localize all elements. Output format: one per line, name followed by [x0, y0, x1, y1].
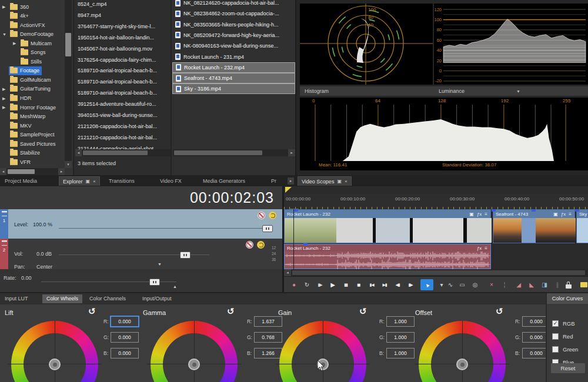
tab-media-generators[interactable]: Media Generators [203, 176, 245, 186]
stop-button[interactable]: ■ [353, 279, 365, 290]
gain-g-input[interactable]: 1.000 [386, 332, 415, 343]
tree-item-songs[interactable]: Songs [0, 48, 64, 58]
previous-frame-button[interactable]: ◀▮ [392, 279, 403, 290]
file-item-5189710-aerial-tropical-beach-b[interactable]: 5189710-aerial-tropical-beach-b... [75, 76, 171, 88]
video-event-rocket-launch-232[interactable]: Rocket Launch - 232▣ƒx≡ [284, 209, 491, 243]
tree-item-4k[interactable]: 4k+ [0, 12, 64, 21]
file-item-1045067-hot-air-ballooning-mov[interactable]: 1045067-hot-air-ballooning.mov [75, 43, 171, 55]
gamma-r-input[interactable]: 1.637 [254, 316, 282, 327]
event-fx-icon[interactable]: ƒx [477, 212, 482, 217]
play-from-start-button[interactable]: ▮▶ [314, 279, 326, 290]
tree-scroll-down-button[interactable]: ▾ [65, 161, 72, 168]
project-marker-flag-icon[interactable] [285, 187, 292, 193]
tab-scroll-right-button[interactable]: ▸ [288, 177, 294, 185]
tree-item-hdr[interactable]: ▶HDR [0, 94, 64, 103]
tree-item-actionvfx[interactable]: ActionVFX [0, 21, 64, 30]
tree-item-vfr[interactable]: VFR [0, 158, 64, 167]
unchecked-checkbox[interactable] [552, 333, 559, 340]
zoom-edit-tool-button[interactable]: ◎ [469, 279, 481, 290]
level-slider-handle[interactable] [262, 225, 273, 232]
file-list-scroll-left-button[interactable]: ◂ [75, 149, 82, 156]
media-item-nk-080940163-view-ball-during-sunse[interactable]: NK-080940163-view-ball-during-sunse... [172, 41, 295, 51]
curves-option-rgb[interactable]: ✓RGB [552, 319, 575, 327]
lift-reset-button[interactable]: ↺ [88, 306, 96, 317]
tree-vertical-scrollbar-thumb[interactable] [65, 33, 71, 56]
gamma-g-input[interactable]: 0.768 [254, 332, 282, 343]
track-automation-button[interactable] [269, 212, 276, 219]
tab-transitions[interactable]: Transitions [109, 176, 135, 186]
gamma-b-input[interactable]: 1.266 [254, 348, 282, 358]
event-fx-icon[interactable]: ƒx [561, 212, 566, 217]
envelope-edit-tool-button[interactable]: ∿ [445, 279, 456, 290]
video-event-sky[interactable]: Sky - [576, 209, 588, 243]
tree-item-golfmulticam[interactable]: GolfMulticam [0, 75, 64, 85]
media-item-rocket-launch-232-mp4[interactable]: Rocket Launch - 232.mp4 [172, 62, 295, 73]
tree-item-saved-pictures[interactable]: Saved Pictures [0, 139, 64, 149]
offset-r-input[interactable]: 0.000 [522, 316, 546, 327]
tree-expand-arrow-icon[interactable]: ▶ [2, 105, 5, 110]
next-frame-button[interactable]: ▮▶ [405, 279, 416, 290]
timeline-scrollbar-thumb[interactable] [292, 270, 585, 275]
timeline-horizontal-scrollbar[interactable]: ◂ [284, 269, 588, 276]
volume-slider-handle[interactable] [180, 252, 191, 259]
selection-edit-tool-button[interactable]: ▭ [456, 279, 468, 290]
undock-icon[interactable]: ▣ [337, 177, 342, 186]
curves-option-red[interactable]: Red [552, 332, 573, 340]
file-item-3176254-cappadocia-fairy-chim[interactable]: 3176254-cappadocia-fairy-chim... [75, 55, 171, 66]
checked-checkbox[interactable]: ✓ [552, 320, 559, 327]
play-button[interactable]: ▶ [327, 279, 339, 290]
go-to-start-button[interactable]: ▮◀ [366, 279, 377, 290]
rate-center-marker[interactable]: ▲ [173, 284, 177, 289]
tab-pr[interactable]: Pr [271, 176, 276, 186]
media-item-rocket-launch-231-mp4[interactable]: Rocket Launch - 231.mp4 [172, 52, 295, 62]
event-fade-right-button[interactable]: ◣ [526, 279, 537, 290]
tree-item-360[interactable]: ▶360 [0, 2, 64, 12]
gamma-reset-button[interactable]: ↺ [227, 306, 235, 317]
tree-expand-arrow-icon[interactable]: ▶ [2, 96, 5, 101]
event-fade-left-button[interactable]: ◢ [513, 279, 524, 290]
tree-item-demofootage[interactable]: ▼DemoFootage [0, 30, 64, 39]
media-item-nk-085209472-forward-high-key-aeria[interactable]: NK_085209472-forward-high-key-aeria... [172, 30, 295, 41]
tree-collapse-arrow-icon[interactable]: ▼ [2, 32, 6, 36]
offset-wheel-puck[interactable] [456, 358, 468, 370]
lift-wheel-puck[interactable] [49, 358, 61, 370]
media-list-scroll-right-button[interactable]: ▸ [288, 149, 295, 156]
unchecked-checkbox[interactable] [552, 346, 559, 353]
event-menu-icon[interactable]: ≡ [569, 212, 572, 217]
media-list-scrollbar-thumb[interactable] [174, 150, 262, 155]
offset-b-input[interactable]: 0.000 [522, 348, 546, 358]
tree-scroll-right-button[interactable]: ▸ [58, 168, 65, 175]
tab-explorer[interactable]: Explorer▣× [59, 176, 100, 186]
lift-g-input[interactable]: 0.000 [111, 332, 139, 343]
crossfade-button[interactable]: ◨ [539, 279, 550, 290]
tree-vertical-scrollbar[interactable] [65, 0, 72, 168]
delete-button[interactable]: × [486, 279, 497, 290]
tree-expand-arrow-icon[interactable]: ▶ [2, 87, 5, 92]
track-menu-icon[interactable] [2, 211, 7, 216]
tree-item-horror-footage[interactable]: ▶Horror Footage [0, 103, 64, 112]
file-item-3940163-view-ball-during-sunse[interactable]: 3940163-view-ball-during-sunse... [75, 110, 171, 121]
reset-button[interactable]: Reset [551, 363, 585, 373]
tree-item-mkv[interactable]: MKV [0, 121, 64, 130]
pause-button[interactable]: ▮▮ [340, 279, 352, 290]
tree-item-footage[interactable]: Footage [0, 66, 64, 76]
file-item-2121210-cappadocia-hot-air-bal[interactable]: 2121210-cappadocia-hot-air-bal... [75, 132, 171, 143]
lift-r-input[interactable]: 0.000 [111, 316, 139, 327]
auto-ripple-button[interactable]: ∥ [552, 279, 563, 290]
tree-scroll-left-button[interactable]: ◂ [0, 168, 6, 175]
offset-reset-button[interactable]: ↺ [496, 306, 503, 317]
gain-r-input[interactable]: 1.000 [386, 316, 415, 327]
gain-reset-button[interactable]: ↺ [359, 306, 367, 317]
close-icon[interactable]: × [345, 177, 348, 186]
insert-marker-icon[interactable] [578, 279, 588, 290]
file-item-5189710-aerial-tropical-beach-b[interactable]: 5189710-aerial-tropical-beach-b... [75, 88, 171, 99]
tree-expand-arrow-icon[interactable]: ▶ [2, 5, 5, 9]
track-mute-button[interactable] [246, 241, 253, 249]
tree-horizontal-scrollbar-thumb[interactable] [8, 169, 35, 174]
pan-crop-icon[interactable]: ▣ [553, 212, 558, 217]
lift-b-input[interactable]: 0.000 [111, 348, 139, 358]
file-item-2121208-cappadocia-hot-air-bal[interactable]: 2121208-cappadocia-hot-air-bal... [75, 121, 171, 132]
close-icon[interactable]: × [93, 177, 96, 186]
go-to-end-button[interactable]: ▶▮ [379, 279, 390, 290]
tree-item-guitartuning[interactable]: ▶GuitarTuning [0, 85, 64, 94]
